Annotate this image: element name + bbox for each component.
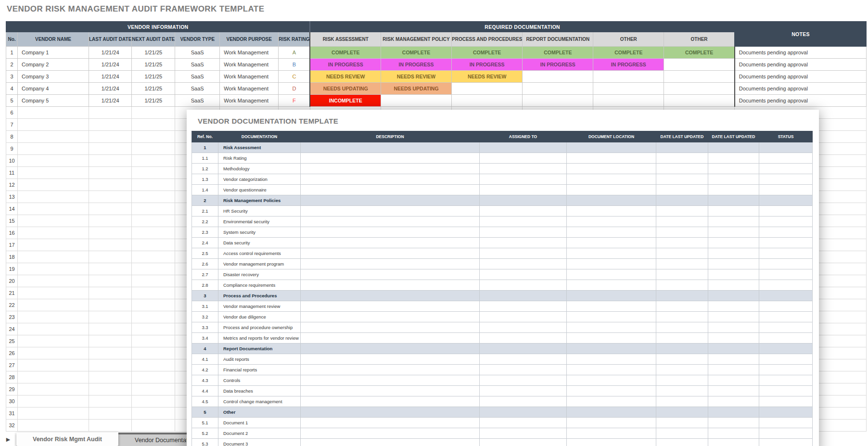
cell-empty[interactable]: [89, 143, 132, 155]
cell-empty[interactable]: [480, 195, 567, 206]
cell-empty[interactable]: [18, 335, 89, 347]
cell-empty[interactable]: [18, 287, 89, 299]
row-number[interactable]: 27: [6, 359, 18, 371]
cell-empty[interactable]: [656, 164, 708, 174]
cell-empty[interactable]: [301, 365, 480, 375]
row-number[interactable]: 20: [6, 275, 18, 287]
cell-documentation[interactable]: Document 1: [218, 418, 301, 428]
cell-status[interactable]: INCOMPLETE: [310, 95, 381, 107]
row-number[interactable]: 31: [6, 408, 18, 420]
cell-empty[interactable]: [301, 195, 480, 206]
cell-status[interactable]: COMPLETE: [593, 47, 664, 59]
row-number[interactable]: 12: [6, 179, 18, 191]
cell-empty[interactable]: [759, 333, 813, 344]
cell-empty[interactable]: [301, 312, 480, 322]
cell-empty[interactable]: [132, 347, 175, 359]
tab-scroll-right-icon[interactable]: ▶: [0, 433, 16, 446]
cell-empty[interactable]: [656, 312, 708, 322]
cell-empty[interactable]: [89, 227, 132, 239]
cell-empty[interactable]: [18, 408, 89, 420]
cell-vendor-type[interactable]: SaaS: [175, 71, 220, 83]
cell-empty[interactable]: [132, 275, 175, 287]
cell-empty[interactable]: [18, 395, 89, 408]
cell-empty[interactable]: [89, 371, 132, 383]
cell-status[interactable]: [664, 71, 735, 83]
cell-empty[interactable]: [89, 347, 132, 359]
cell-empty[interactable]: [708, 174, 759, 185]
cell-status[interactable]: NEEDS REVIEW: [310, 71, 381, 83]
cell-empty[interactable]: [759, 248, 813, 259]
cell-status[interactable]: [451, 83, 522, 95]
cell-ref-no[interactable]: 2.6: [192, 259, 218, 269]
cell-vendor-purpose[interactable]: Work Management: [220, 83, 279, 95]
cell-last-audit-date[interactable]: 1/21/24: [89, 95, 132, 107]
cell-risk-rating[interactable]: C: [279, 71, 310, 83]
cell-empty[interactable]: [708, 269, 759, 280]
cell-empty[interactable]: [480, 365, 567, 375]
cell-empty[interactable]: [18, 203, 89, 215]
cell-ref-no[interactable]: 1.4: [192, 185, 218, 195]
row-number[interactable]: 5: [6, 95, 18, 107]
cell-next-audit-date[interactable]: 1/21/25: [132, 83, 175, 95]
cell-documentation[interactable]: Data security: [218, 238, 301, 248]
cell-empty[interactable]: [18, 143, 89, 155]
cell-empty[interactable]: [759, 396, 813, 407]
cell-empty[interactable]: [301, 407, 480, 418]
cell-next-audit-date[interactable]: 1/21/25: [132, 47, 175, 59]
cell-documentation[interactable]: System security: [218, 227, 301, 238]
cell-empty[interactable]: [132, 191, 175, 203]
cell-empty[interactable]: [567, 227, 656, 238]
cell-empty[interactable]: [759, 206, 813, 217]
cell-empty[interactable]: [89, 311, 132, 323]
cell-empty[interactable]: [89, 107, 132, 119]
cell-empty[interactable]: [480, 291, 567, 301]
cell-empty[interactable]: [567, 386, 656, 396]
cell-empty[interactable]: [567, 428, 656, 439]
cell-ref-no[interactable]: 1.2: [192, 164, 218, 174]
cell-empty[interactable]: [301, 418, 480, 428]
cell-empty[interactable]: [132, 119, 175, 131]
cell-empty[interactable]: [656, 259, 708, 269]
cell-empty[interactable]: [656, 428, 708, 439]
cell-empty[interactable]: [656, 365, 708, 375]
cell-empty[interactable]: [301, 344, 480, 354]
cell-documentation[interactable]: Vendor management program: [218, 259, 301, 269]
row-number[interactable]: 32: [6, 420, 18, 432]
cell-last-audit-date[interactable]: 1/21/24: [89, 71, 132, 83]
column-header-process-and-procedures[interactable]: PROCESS AND PROCEDURES: [451, 32, 522, 47]
cell-empty[interactable]: [89, 420, 132, 432]
cell-empty[interactable]: [480, 248, 567, 259]
cell-empty[interactable]: [480, 418, 567, 428]
cell-empty[interactable]: [656, 280, 708, 291]
cell-empty[interactable]: [708, 418, 759, 428]
cell-ref-no[interactable]: 3.4: [192, 333, 218, 344]
cell-empty[interactable]: [18, 179, 89, 191]
cell-empty[interactable]: [132, 203, 175, 215]
cell-ref-no[interactable]: 2.8: [192, 280, 218, 291]
cell-empty[interactable]: [480, 322, 567, 333]
cell-empty[interactable]: [132, 239, 175, 251]
cell-empty[interactable]: [480, 206, 567, 217]
cell-empty[interactable]: [759, 269, 813, 280]
row-number[interactable]: 17: [6, 239, 18, 251]
cell-empty[interactable]: [89, 155, 132, 167]
cell-empty[interactable]: [480, 164, 567, 174]
column-header-documentation[interactable]: DOCUMENTATION: [218, 131, 301, 142]
cell-notes[interactable]: Documents pending approval: [735, 83, 867, 95]
cell-empty[interactable]: [301, 248, 480, 259]
cell-notes[interactable]: Documents pending approval: [735, 71, 867, 83]
cell-ref-no[interactable]: 5.1: [192, 418, 218, 428]
cell-empty[interactable]: [708, 227, 759, 238]
row-number[interactable]: 6: [6, 107, 18, 119]
cell-empty[interactable]: [89, 119, 132, 131]
cell-empty[interactable]: [759, 354, 813, 365]
cell-empty[interactable]: [708, 428, 759, 439]
cell-ref-no[interactable]: 1.1: [192, 153, 218, 164]
cell-documentation[interactable]: Risk Assessment: [218, 142, 301, 153]
cell-empty[interactable]: [567, 365, 656, 375]
cell-empty[interactable]: [656, 439, 708, 446]
row-number[interactable]: 23: [6, 311, 18, 323]
cell-notes[interactable]: Documents pending approval: [735, 59, 867, 71]
cell-empty[interactable]: [708, 386, 759, 396]
cell-documentation[interactable]: Document 3: [218, 439, 301, 446]
